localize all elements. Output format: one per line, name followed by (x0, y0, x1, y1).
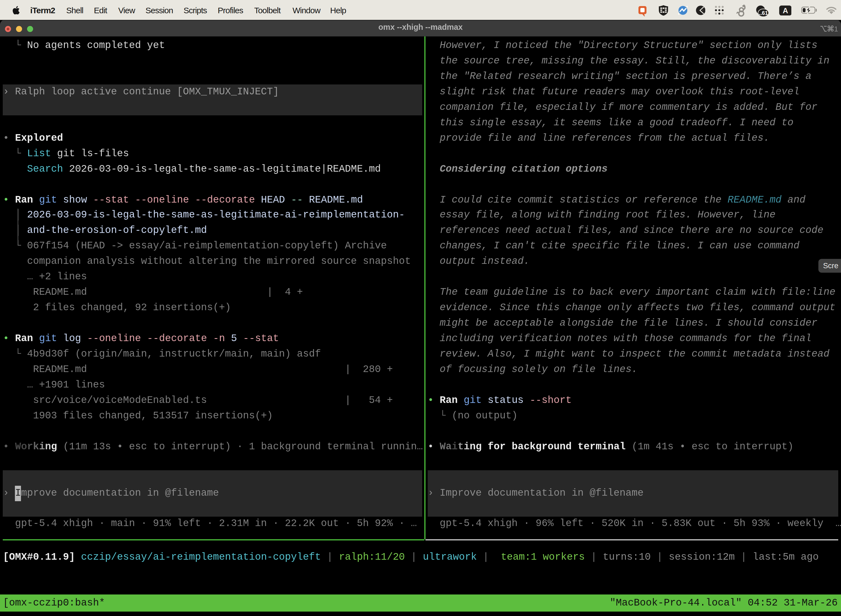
svg-text:A: A (782, 6, 788, 15)
svg-text:..61: ..61 (759, 10, 768, 16)
